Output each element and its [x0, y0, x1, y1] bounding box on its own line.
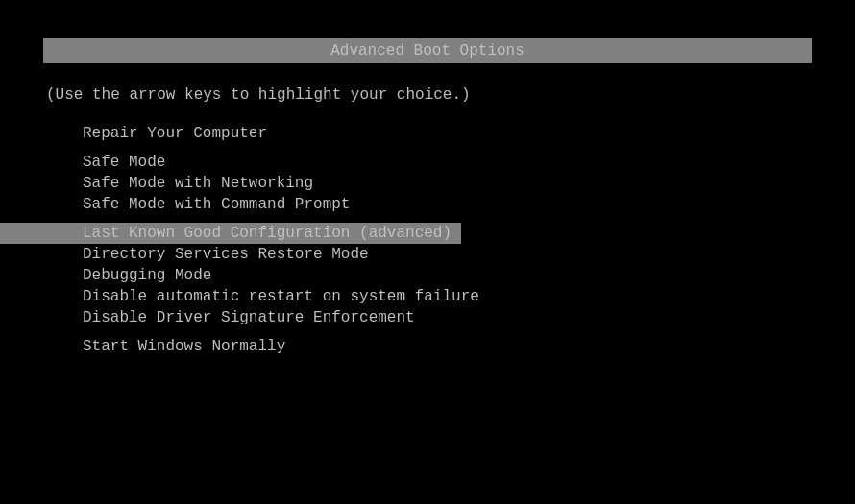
menu-item-repair[interactable]: Repair Your Computer — [0, 123, 855, 144]
boot-options-screen: Advanced Boot Options (Use the arrow key… — [0, 38, 855, 504]
title-bar: Advanced Boot Options — [43, 38, 812, 63]
menu-item-last-known-good[interactable]: Last Known Good Configuration (advanced) — [0, 223, 461, 244]
menu-item-debugging[interactable]: Debugging Mode — [0, 265, 855, 286]
menu-item-safe-mode-networking[interactable]: Safe Mode with Networking — [0, 173, 855, 194]
menu-item-disable-restart[interactable]: Disable automatic restart on system fail… — [0, 286, 855, 307]
menu-item-directory-services[interactable]: Directory Services Restore Mode — [0, 244, 855, 265]
instruction-text: (Use the arrow keys to highlight your ch… — [46, 86, 855, 104]
menu-item-safe-mode-command[interactable]: Safe Mode with Command Prompt — [0, 194, 855, 215]
menu-item-disable-driver[interactable]: Disable Driver Signature Enforcement — [0, 307, 855, 328]
menu-item-start-windows[interactable]: Start Windows Normally — [0, 336, 855, 357]
boot-menu: Repair Your ComputerSafe ModeSafe Mode w… — [0, 123, 855, 357]
menu-item-safe-mode[interactable]: Safe Mode — [0, 152, 855, 173]
title-text: Advanced Boot Options — [330, 42, 525, 60]
